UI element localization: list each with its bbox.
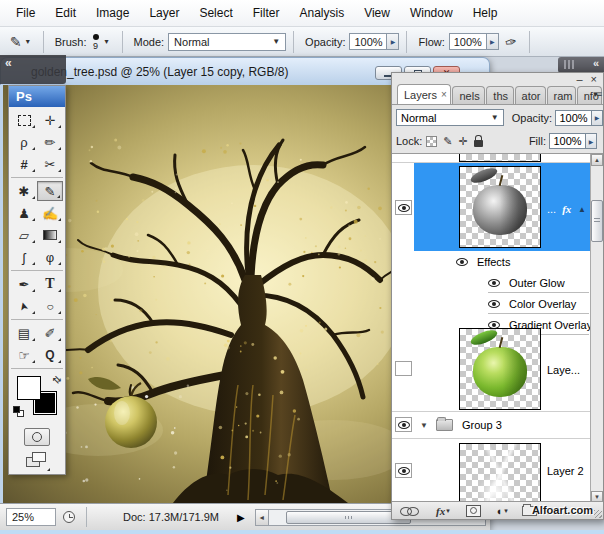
- fill-spinner-icon[interactable]: ▶: [586, 133, 597, 149]
- menu-edit[interactable]: Edit: [45, 0, 86, 26]
- status-menu-arrow-icon[interactable]: ▶: [237, 512, 245, 523]
- menu-window[interactable]: Window: [400, 0, 463, 26]
- panel-close-icon[interactable]: ×: [591, 74, 597, 84]
- layer-thumbnail[interactable]: [459, 328, 541, 410]
- slice-tool[interactable]: ✂: [37, 154, 63, 174]
- notes-tool[interactable]: ▤: [11, 323, 37, 343]
- path-selection-tool[interactable]: ➤: [11, 296, 37, 316]
- brush-tool-preset-icon[interactable]: ✎: [10, 34, 22, 50]
- flow-field[interactable]: 100%: [449, 33, 487, 50]
- foreground-color-swatch[interactable]: [17, 376, 41, 400]
- dodge-tool[interactable]: φ: [37, 247, 63, 267]
- menu-layer[interactable]: Layer: [139, 0, 189, 26]
- hand-tool[interactable]: ☞: [11, 345, 37, 365]
- selected-layer-row[interactable]: ... fx ▲: [392, 163, 603, 251]
- history-brush-tool[interactable]: ✍: [37, 203, 63, 223]
- menu-image[interactable]: Image: [86, 0, 139, 26]
- menu-view[interactable]: View: [354, 0, 400, 26]
- gradient-tool[interactable]: [37, 225, 63, 245]
- lasso-tool[interactable]: ρ: [11, 132, 37, 152]
- eye-icon[interactable]: [488, 300, 500, 308]
- brush-tool[interactable]: ✎: [37, 181, 63, 201]
- opacity-field[interactable]: 100%: [349, 33, 387, 50]
- visibility-toggle[interactable]: [395, 200, 412, 215]
- airbrush-toggle-icon[interactable]: ✑: [503, 32, 518, 50]
- eye-icon[interactable]: [456, 258, 468, 266]
- crop-tool[interactable]: #: [11, 154, 37, 174]
- green-apple-layer-row[interactable]: Laye...: [392, 326, 603, 412]
- tab-layers[interactable]: Layers ×: [397, 84, 451, 104]
- move-tool[interactable]: ✛: [37, 110, 63, 130]
- smudge-tool[interactable]: ʃ: [11, 247, 37, 267]
- healing-brush-tool[interactable]: ✱: [11, 181, 37, 201]
- type-tool[interactable]: T: [37, 274, 63, 294]
- pen-tool[interactable]: ✒: [11, 274, 37, 294]
- layer-style-fx-icon[interactable]: fx: [436, 505, 445, 517]
- layers-scrollbar[interactable]: ▲ ▼: [590, 154, 603, 503]
- screen-mode-button[interactable]: [24, 451, 50, 471]
- adjustment-layer-icon[interactable]: ◐: [497, 505, 504, 517]
- visibility-toggle[interactable]: [395, 417, 412, 432]
- layer-name[interactable]: Layer 2: [547, 465, 584, 477]
- lock-position-icon[interactable]: ✛: [459, 135, 468, 148]
- layer2-row[interactable]: Layer 2: [392, 439, 603, 503]
- collapsed-dock-left[interactable]: «: [0, 55, 66, 84]
- panel-menu-icon[interactable]: ▾≡: [593, 89, 601, 99]
- quick-selection-tool[interactable]: ✏: [37, 132, 63, 152]
- group-expand-icon[interactable]: ▼: [420, 421, 428, 430]
- link-layers-icon[interactable]: [400, 506, 418, 516]
- ellipse-shape-tool[interactable]: ○: [37, 296, 63, 316]
- menu-select[interactable]: Select: [189, 0, 242, 26]
- panel-resize-grip[interactable]: [594, 510, 602, 518]
- scroll-up-icon[interactable]: ▲: [591, 154, 603, 166]
- collapse-chevron-icon[interactable]: «: [5, 56, 11, 70]
- rectangular-marquee-tool[interactable]: [11, 110, 37, 130]
- scrollbar-thumb[interactable]: [591, 200, 603, 242]
- swap-colors-icon[interactable]: ⇄: [50, 373, 64, 387]
- effects-collapse-icon[interactable]: ▲: [578, 205, 586, 214]
- tab-navigator[interactable]: ator: [515, 86, 546, 104]
- toolbox-header[interactable]: Ps: [9, 86, 65, 107]
- scroll-left-icon[interactable]: ◄: [255, 509, 269, 526]
- lock-transparency-icon[interactable]: [426, 136, 437, 147]
- menu-file[interactable]: File: [6, 0, 45, 26]
- effect-color-overlay-row[interactable]: Color Overlay: [392, 293, 603, 314]
- tab-close-icon[interactable]: ×: [441, 89, 447, 100]
- partial-layer-row[interactable]: [392, 154, 603, 163]
- blend-mode-select[interactable]: Normal ▼: [168, 33, 286, 51]
- menu-filter[interactable]: Filter: [243, 0, 290, 26]
- opacity-spinner-icon[interactable]: ▶: [387, 33, 399, 50]
- brush-picker-dropdown-icon[interactable]: ▾: [105, 37, 111, 46]
- menu-help[interactable]: Help: [463, 0, 508, 26]
- zoom-tool[interactable]: Q: [37, 345, 63, 365]
- tab-histogram[interactable]: ram: [547, 86, 576, 104]
- collapsed-dock-right[interactable]: «: [558, 57, 604, 73]
- add-layer-mask-icon[interactable]: [466, 505, 481, 517]
- menu-analysis[interactable]: Analysis: [289, 0, 354, 26]
- lock-all-icon[interactable]: [474, 140, 483, 147]
- layer-thumbnail[interactable]: [459, 443, 541, 503]
- opacity-spinner-icon[interactable]: ▶: [592, 110, 603, 126]
- layer-fill-field[interactable]: 100%: [549, 133, 586, 149]
- tool-preset-dropdown-icon[interactable]: ▾: [26, 37, 32, 46]
- quick-mask-button[interactable]: [24, 428, 50, 446]
- layer-opacity-field[interactable]: 100%: [555, 110, 592, 126]
- layer-blend-mode-select[interactable]: Normal ▼: [396, 109, 504, 126]
- collapse-chevron-icon[interactable]: «: [593, 57, 598, 69]
- visibility-toggle[interactable]: [395, 463, 412, 478]
- fx-badge[interactable]: fx: [562, 203, 571, 215]
- eye-icon[interactable]: [488, 279, 500, 287]
- eyedropper-tool[interactable]: ✐: [37, 323, 63, 343]
- zoom-level-field[interactable]: 25%: [6, 508, 56, 526]
- effects-header-row[interactable]: Effects: [392, 251, 603, 272]
- tab-paths[interactable]: ths: [486, 86, 513, 104]
- lock-pixels-icon[interactable]: ✎: [443, 135, 452, 148]
- doc-size-info[interactable]: Doc: 17.3M/171.9M: [123, 511, 219, 523]
- group-layer-row[interactable]: ▼ Group 3: [392, 412, 603, 439]
- brush-preview[interactable]: 9: [93, 34, 99, 50]
- group-name[interactable]: Group 3: [462, 419, 502, 431]
- layer-name[interactable]: Laye...: [547, 364, 580, 376]
- clone-stamp-tool[interactable]: ♟: [11, 203, 37, 223]
- eraser-tool[interactable]: ▱: [11, 225, 37, 245]
- tab-channels[interactable]: nels: [452, 86, 485, 104]
